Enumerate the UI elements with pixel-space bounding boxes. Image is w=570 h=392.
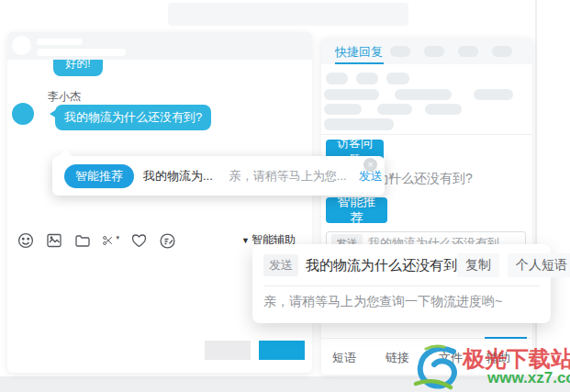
caret-down-icon: ▼: [241, 236, 250, 245]
copy-button[interactable]: 复制: [457, 253, 499, 277]
reply-question-text: 我的物流为什么还没有到: [306, 257, 457, 274]
screenshot-canvas: 好的! 李小杰 我的物流为什么还没有到?: [0, 0, 570, 392]
screenshot-scissors-icon[interactable]: ▾: [102, 232, 119, 250]
tab-files[interactable]: 文件: [439, 350, 463, 366]
message-text: 我的物流为什么还没有到?: [64, 109, 202, 126]
tab-skeleton[interactable]: [390, 46, 410, 57]
answer-preview: 亲，请稍等马上为您...: [229, 168, 347, 185]
reply-question-row: 发送 我的物流为什么还没有到 复制 个人短语: [252, 244, 551, 277]
question-preview: 我的物流为...: [143, 168, 213, 185]
reply-preview-popup: 发送 我的物流为什么还没有到 复制 个人短语 亲，请稍等马上为您查询一下物流进度…: [252, 244, 551, 323]
active-tab-indicator: [335, 62, 384, 64]
tab-quick-reply[interactable]: 快捷回复: [335, 44, 383, 61]
chevron-down-icon: ▾: [116, 234, 119, 241]
content-skeleton: [425, 104, 462, 115]
title-line-skeleton: [37, 39, 83, 45]
smart-recommend-button[interactable]: 智能推荐: [326, 197, 387, 223]
user-avatar: [12, 103, 34, 125]
input-toolbar: ▾: [17, 230, 176, 251]
send-tag: 发送: [263, 254, 298, 276]
content-skeleton: [324, 104, 362, 115]
smart-recommend-label: 智能推荐: [331, 194, 382, 227]
tab-skeleton[interactable]: [458, 46, 478, 57]
tab-skeleton[interactable]: [492, 46, 512, 57]
folder-icon[interactable]: [73, 232, 91, 250]
favorite-heart-icon[interactable]: [130, 232, 148, 250]
reply-answer-text: 亲，请稍等马上为您查询一下物流进度哟~: [252, 286, 551, 310]
bottom-tab-bar: 短语 链接 文件 辅助: [321, 338, 532, 375]
content-skeleton: [395, 89, 452, 100]
top-toolbar-skeleton: [168, 3, 408, 26]
content-skeleton: [474, 89, 513, 100]
chat-header-skeleton: [7, 32, 312, 60]
active-bottom-tab-indicator: [485, 337, 527, 339]
tab-links[interactable]: 链接: [386, 350, 409, 366]
tab-assist[interactable]: 辅助: [486, 350, 510, 366]
tab-skeleton[interactable]: [424, 46, 444, 57]
smart-recommend-popup: 智能推荐 我的物流为... 亲，请稍等马上为您... 发送 ∨ ×: [52, 156, 385, 196]
message-bubble-question: 我的物流为什么还没有到?: [55, 105, 211, 130]
emoji-icon[interactable]: [17, 232, 34, 250]
avatar-skeleton: [12, 36, 31, 55]
content-skeleton: [324, 118, 394, 130]
page-bottom-strip: [0, 376, 570, 392]
sender-name: 李小杰: [48, 89, 81, 105]
close-icon[interactable]: ×: [363, 158, 377, 172]
send-button-skeleton[interactable]: [259, 341, 305, 360]
image-icon[interactable]: [45, 232, 62, 250]
content-skeleton: [356, 73, 378, 84]
panel-header: 快捷回复: [321, 39, 532, 64]
content-skeleton: [386, 73, 409, 84]
recommend-row: 智能推荐 我的物流为... 亲，请稍等马上为您... 发送 ∨: [52, 156, 385, 196]
content-skeleton: [377, 104, 412, 115]
secondary-button-skeleton[interactable]: [205, 341, 251, 360]
evaluate-stamp-icon[interactable]: [159, 232, 176, 250]
subtitle-line-skeleton: [37, 49, 126, 56]
popup-tail: [59, 150, 72, 156]
quick-reply-panel: 快捷回复 访客问题 我的物流为什么还没有到? 智能推荐 发送 我的物流为什么还没…: [321, 39, 532, 375]
personal-phrase-button[interactable]: 个人短语: [508, 253, 570, 277]
content-skeleton: [326, 73, 348, 84]
tab-phrases[interactable]: 短语: [332, 350, 356, 366]
content-skeleton: [324, 89, 379, 100]
smart-recommend-badge: 智能推荐: [64, 164, 134, 188]
chevron-down-icon[interactable]: ∨: [388, 170, 396, 182]
